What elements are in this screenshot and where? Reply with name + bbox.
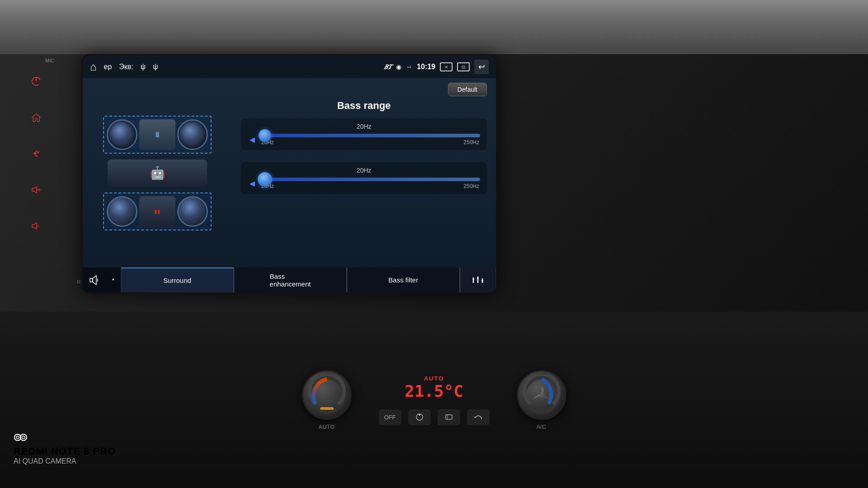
climate-auto-label: AUTO	[379, 375, 490, 382]
climate-btn-1[interactable]	[408, 409, 431, 425]
dashboard-top	[0, 0, 868, 54]
camera-icon-group	[14, 431, 116, 444]
bottom-tabs: Surround Bassenhancement Bass filter	[83, 267, 496, 292]
tab-surround[interactable]: Surround	[121, 267, 234, 292]
svg-point-28	[22, 436, 25, 439]
climate-btn-3[interactable]	[467, 409, 490, 425]
slider-2-track-wrapper: 20Hz 250Hz	[260, 178, 480, 189]
phone-branding: REDMI NOTE 8 PRO AI QUAD CAMERA	[14, 431, 116, 465]
right-content-panel: Default Bass range 20Hz ◄ 20Hz 250Hz	[232, 78, 496, 267]
tab-bass-filter[interactable]: Bass filter	[347, 267, 460, 292]
speaker-rear-left	[107, 196, 137, 227]
slider-1-section: 20Hz ◄ 20Hz 250Hz	[241, 118, 487, 150]
speaker-center-top: ▐▌	[139, 119, 175, 150]
home-button[interactable]	[27, 108, 45, 127]
tab-speaker[interactable]	[83, 267, 121, 292]
tab-bass-filter-label: Bass filter	[388, 276, 418, 284]
speaker-center-bottom: ▮▮	[139, 196, 175, 227]
bt-icon: 𝐵𝑇	[384, 63, 392, 71]
slider-1-row: ◄ 20Hz 250Hz	[248, 134, 480, 145]
top-speaker-row: ▐▌	[107, 119, 208, 150]
window-button[interactable]: ⊟	[457, 62, 470, 71]
tab-eq[interactable]	[460, 267, 496, 292]
phone-brand-sub: AI QUAD CAMERA	[14, 457, 116, 465]
svg-marker-3	[32, 187, 37, 193]
bass-range-title: Bass range	[241, 100, 487, 112]
link-icon: ↔	[406, 63, 412, 70]
svg-point-25	[14, 434, 21, 441]
slider-2-section: 20Hz ◄ 20Hz 250Hz	[241, 162, 487, 194]
nav-item-ep[interactable]: ep	[104, 63, 112, 71]
phone-brand-name: REDMI NOTE 8 PRO	[14, 446, 116, 457]
home-nav-icon[interactable]: ⌂	[90, 61, 97, 73]
back-nav-button[interactable]: ↩	[474, 60, 489, 74]
climate-btn-2[interactable]	[438, 409, 460, 425]
slider-1-thumb[interactable]	[259, 129, 271, 142]
slider-2-center-label: 20Hz	[248, 167, 480, 174]
right-dial-container: A/C	[517, 370, 566, 430]
svg-point-27	[20, 434, 27, 441]
back-button[interactable]	[27, 145, 45, 163]
svg-rect-18	[320, 407, 334, 410]
speaker-front-left	[107, 119, 137, 150]
slider-2-thumb[interactable]	[258, 172, 272, 187]
car-body-center: 🤖	[90, 157, 225, 189]
default-button[interactable]: Default	[448, 83, 487, 96]
speaker-tab-mute-icon	[106, 276, 114, 284]
svg-marker-8	[93, 276, 96, 285]
climate-display: AUTO 21.5°C OFF	[379, 375, 490, 425]
slider-2-track[interactable]	[260, 178, 480, 181]
nav-item-psi1[interactable]: ψ	[141, 63, 146, 71]
left-dial-container: AUTO	[302, 370, 352, 430]
nav-item-ekv[interactable]: Экв:	[119, 63, 133, 71]
bottom-speaker-box: ▮▮	[103, 192, 212, 230]
tab-bass-enhancement[interactable]: Bassenhancement	[234, 267, 347, 292]
slider-2-arrow[interactable]: ◄	[248, 178, 257, 189]
speaker-visualization: ▐▌ 🤖 ▮▮	[83, 78, 232, 267]
tab-surround-label: Surround	[163, 277, 191, 284]
bass-range-header: Default	[241, 83, 487, 96]
slider-1-arrow[interactable]: ◄	[248, 135, 257, 145]
svg-point-26	[16, 436, 19, 439]
status-time: 10:19	[417, 63, 435, 71]
car-center-image: 🤖	[108, 160, 207, 187]
right-dial-label: A/C	[537, 423, 547, 430]
ac-dial[interactable]	[517, 370, 566, 420]
mic-label: MIC	[45, 58, 54, 63]
vol-up-button[interactable]	[27, 181, 45, 199]
camera-icon	[14, 431, 30, 444]
vol-down-button[interactable]	[27, 217, 45, 235]
bottom-controls: AUTO AUTO 21.5°C OFF	[0, 312, 868, 488]
top-speaker-box: ▐▌	[103, 116, 212, 154]
content-area: ▐▌ 🤖 ▮▮	[83, 78, 496, 267]
svg-marker-6	[32, 223, 37, 229]
climate-off-button[interactable]: OFF	[379, 409, 401, 425]
left-hardware-buttons	[27, 72, 45, 235]
svg-rect-21	[446, 415, 452, 419]
speaker-tab-icon	[90, 275, 102, 286]
slider-1-center-label: 20Hz	[248, 123, 480, 130]
tab-bass-enhancement-label: Bassenhancement	[270, 272, 311, 288]
main-screen: ⌂ ep Экв: ψ ψ 𝐵𝑇 ◉ ↔ 10:19 ✕ ⊟ ↩ ▐▌	[81, 54, 497, 294]
slider-1-track[interactable]	[260, 134, 480, 137]
status-bar: 𝐵𝑇 ◉ ↔ 10:19 ✕ ⊟ ↩	[384, 60, 489, 74]
svg-marker-2	[32, 114, 40, 122]
power-button[interactable]	[27, 72, 45, 90]
svg-rect-7	[90, 278, 93, 282]
eq-icon	[471, 275, 485, 286]
climate-temp: 21.5°C	[379, 382, 490, 400]
slider-2-max-label: 250Hz	[463, 183, 479, 189]
speaker-front-right	[177, 119, 208, 150]
nav-item-psi2[interactable]: ψ	[153, 63, 158, 71]
temperature-dial[interactable]	[302, 370, 352, 420]
speaker-rear-right	[177, 196, 208, 227]
left-dial-label: AUTO	[319, 423, 335, 430]
svg-point-20	[419, 414, 420, 416]
climate-buttons: OFF	[379, 409, 490, 425]
slider-1-track-wrapper: 20Hz 250Hz	[260, 134, 480, 145]
slider-1-max-label: 250Hz	[463, 139, 479, 145]
slider-2-row: ◄ 20Hz 250Hz	[248, 178, 480, 189]
close-button[interactable]: ✕	[440, 62, 453, 71]
top-nav: ⌂ ep Экв: ψ ψ 𝐵𝑇 ◉ ↔ 10:19 ✕ ⊟ ↩	[83, 56, 496, 78]
bottom-speaker-row: ▮▮	[107, 196, 208, 227]
